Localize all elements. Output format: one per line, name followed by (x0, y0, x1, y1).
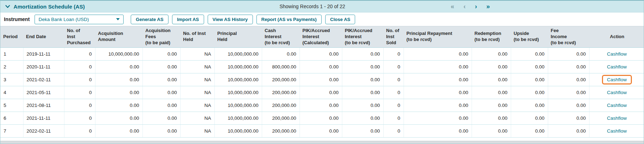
cell-fee-income: 0.00 (548, 99, 589, 112)
cell-inst-sold: 0 (383, 124, 404, 137)
cell-pik-interest-calculated: 0.00 (300, 124, 342, 137)
cashflow-link[interactable]: Cashflow (607, 51, 627, 57)
cell-pik-interest-calculated: 0.00 (300, 99, 342, 112)
report-as-vs-payments-button[interactable]: Report (AS vs Payments) (256, 15, 322, 24)
cashflow-link[interactable]: Cashflow (607, 115, 627, 121)
cell-principal-held: 10,000,000.00 (214, 112, 262, 124)
cell-inst-purchased: 0 (64, 112, 95, 124)
schedule-row: 12019-11-11010,000,000.000.00NA10,000,00… (0, 47, 644, 60)
next-page-icon[interactable]: › (475, 3, 477, 10)
col-header-fee-income: Fee Income (to be rcvd) (548, 26, 589, 48)
cashflow-link[interactable]: Cashflow (607, 103, 627, 108)
cell-period: 5 (0, 99, 23, 112)
view-as-history-button[interactable]: View AS History (208, 15, 253, 24)
chevron-down-icon (5, 5, 10, 8)
cell-upside: 0.00 (511, 60, 548, 73)
cell-end-date: 2020-11-11 (23, 60, 64, 73)
instrument-label: Instrument (4, 16, 30, 22)
cell-period: 2 (0, 60, 23, 73)
schedule-row: 22020-11-1100.000.00NA10,000,000.00800,0… (0, 60, 644, 73)
schedule-table-header: Period End Date No. of Inst Purchased Ac… (0, 26, 644, 48)
generate-as-button[interactable]: Generate AS (131, 15, 168, 24)
cell-principal-repayment: 0.00 (404, 47, 472, 60)
cell-fee-income: 0.00 (548, 47, 589, 60)
close-as-button[interactable]: Close AS (325, 15, 355, 24)
cell-principal-repayment: 0.00 (404, 99, 472, 112)
prev-page-icon[interactable]: ‹ (463, 3, 466, 10)
instrument-dropdown-value: Deka Bank Loan (USD) (38, 17, 89, 22)
cell-action: Cashflow (589, 112, 644, 124)
cell-fee-income: 0.00 (548, 60, 589, 73)
col-header-cash-interest: Cash Interest (to be rcvd) (262, 26, 300, 48)
cell-action: Cashflow (589, 124, 644, 137)
schedule-table: Period End Date No. of Inst Purchased Ac… (0, 26, 644, 138)
cell-action: Cashflow (589, 60, 644, 73)
collapse-panel-button[interactable] (5, 5, 10, 8)
cell-period: 1 (0, 47, 23, 60)
col-header-inst-purchased: No. of Inst Purchased (64, 26, 95, 48)
col-header-acquisition-amount: Acquisition Amount (95, 26, 142, 48)
cell-inst-purchased: 0 (64, 73, 95, 86)
cell-inst-purchased: 0 (64, 86, 95, 99)
cell-upside: 0.00 (511, 47, 548, 60)
cashflow-link[interactable]: Cashflow (607, 90, 627, 95)
cell-acquisition-fees: 0.00 (142, 112, 180, 124)
partial-row (0, 138, 644, 141)
col-header-action: Action (589, 26, 644, 48)
horizontal-scrollbar-track[interactable] (0, 141, 644, 144)
cell-acquisition-amount: 0.00 (95, 124, 142, 137)
cell-cash-interest: 200,000.00 (262, 73, 300, 86)
col-header-pik-interest-calculated: PIK/Accrued Interest (Calculated) (300, 26, 342, 48)
cell-period: 7 (0, 124, 23, 137)
cell-upside: 0.00 (511, 124, 548, 137)
cell-inst-purchased: 0 (64, 60, 95, 73)
cell-inst-sold: 0 (383, 47, 404, 60)
col-header-pik-interest-rcvd: PIK/Accrued Interest (to be rcvd) (342, 26, 383, 48)
cell-fee-income: 0.00 (548, 86, 589, 99)
first-page-icon[interactable]: « (451, 3, 454, 10)
cell-pik-interest-rcvd: 0.00 (342, 86, 383, 99)
cell-inst-held: NA (180, 73, 214, 86)
cell-cash-interest: 200,000.00 (262, 99, 300, 112)
cell-action: Cashflow (589, 73, 644, 86)
cell-principal-held: 10,000,000.00 (214, 124, 262, 137)
cell-acquisition-fees: 0.00 (142, 124, 180, 137)
cell-inst-held: NA (180, 60, 214, 73)
cell-inst-sold: 0 (383, 86, 404, 99)
cell-cash-interest: 800,000.00 (262, 60, 300, 73)
cashflow-link[interactable]: Cashflow (607, 64, 627, 70)
cell-pik-interest-rcvd: 0.00 (342, 124, 383, 137)
cell-inst-held: NA (180, 47, 214, 60)
cell-upside: 0.00 (511, 86, 548, 99)
col-header-end-date: End Date (23, 26, 64, 48)
cell-acquisition-amount: 0.00 (95, 60, 142, 73)
cashflow-link-highlighted[interactable]: Cashflow (602, 75, 632, 84)
cell-fee-income: 0.00 (548, 73, 589, 86)
cell-end-date: 2021-02-11 (23, 73, 64, 86)
last-page-icon[interactable]: » (486, 3, 490, 10)
cell-upside: 0.00 (511, 99, 548, 112)
schedule-row: 72022-02-1100.000.00NA10,000,000.00200,0… (0, 124, 644, 137)
cell-cash-interest: 200,000.00 (262, 112, 300, 124)
cell-pik-interest-calculated: 0.00 (300, 73, 342, 86)
cell-end-date: 2019-11-11 (23, 47, 64, 60)
cell-redemption: 0.00 (472, 73, 511, 86)
schedule-table-body: 12019-11-11010,000,000.000.00NA10,000,00… (0, 47, 644, 137)
cell-principal-held: 10,000,000.00 (214, 99, 262, 112)
instrument-dropdown[interactable]: Deka Bank Loan (USD) (35, 15, 124, 24)
cell-inst-held: NA (180, 99, 214, 112)
cashflow-link[interactable]: Cashflow (607, 128, 627, 134)
col-header-inst-held: No. of Inst Held (180, 26, 214, 48)
cell-inst-purchased: 0 (64, 47, 95, 60)
amortization-schedule-panel: Amortization Schedule (AS) Showing Recor… (0, 0, 644, 144)
import-as-button[interactable]: Import AS (172, 15, 204, 24)
cell-principal-repayment: 0.00 (404, 60, 472, 73)
col-header-principal-held: Principal Held (214, 26, 262, 48)
cell-acquisition-fees: 0.00 (142, 73, 180, 86)
cell-inst-sold: 0 (383, 60, 404, 73)
toolbar: Instrument Deka Bank Loan (USD) Generate… (0, 12, 644, 26)
col-header-acquisition-fees: Acquisition Fees (to be paid) (142, 26, 180, 48)
cell-period: 3 (0, 73, 23, 86)
cell-inst-held: NA (180, 124, 214, 137)
cell-pik-interest-rcvd: 0.00 (342, 73, 383, 86)
